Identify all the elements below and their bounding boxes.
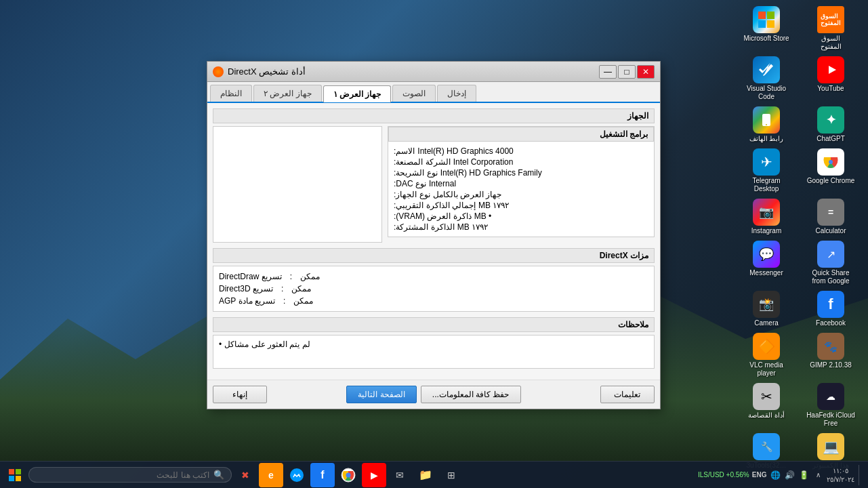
svg-rect-3 (767, 20, 774, 28)
vlc-label: VLC media player (742, 361, 791, 378)
battery-icon[interactable]: 🔋 (798, 469, 810, 481)
calculator-label: Calculator (815, 227, 846, 235)
dialog-minimize-button[interactable]: — (599, 65, 617, 79)
svg-marker-4 (829, 66, 836, 74)
system-tray-icons: 🌐 🔊 🔋 ∧ (769, 469, 824, 481)
taskbar-app-edge-like[interactable]: e (259, 463, 283, 487)
quickshare-label: Quick Share from Google (806, 269, 855, 285)
tab-input[interactable]: إدخال (437, 85, 476, 102)
desktop-icon-vscode[interactable]: Visual Studio Code (739, 54, 793, 104)
taskbar-app-messenger[interactable] (285, 463, 309, 487)
dialog-titlebar: ✕ □ — أداة تشخيص DirectX (207, 62, 660, 82)
svg-point-14 (346, 472, 351, 477)
taskbar-app-youtube[interactable]: ▶ (362, 463, 386, 487)
currency-change: +0.56% (726, 471, 749, 479)
desktop-icon-messenger[interactable]: 💬 Messenger (739, 238, 793, 288)
desktop-icon-opensooq[interactable]: السوقالمفتوح السوقالمفتوح (804, 3, 858, 54)
gimp-icon: 🐾 (817, 333, 844, 360)
info-row-shared-mem: ١٧٩٢ MB الذاكرة المشتركة: (394, 222, 648, 232)
opensooq-label: السوقالمفتوح (821, 35, 842, 51)
next-button[interactable]: الصفحة التالية (346, 386, 416, 403)
messenger-label: Messenger (749, 269, 783, 277)
device-type-label: نوع الجهاز: (394, 190, 430, 199)
desktop-icon-gimp[interactable]: 🐾 GIMP 2.10.38 (804, 330, 858, 380)
info-row-dac: Internal نوع DAC: (394, 178, 648, 189)
clock-date: ٢٥/٧/٢٠٢٤ (827, 475, 854, 484)
taskbar-app-winx[interactable]: ✖ (233, 463, 257, 487)
gimp-label: GIMP 2.10.38 (810, 361, 852, 369)
haafedk-icon: ☁ (817, 383, 844, 410)
desktop-icon-camera[interactable]: 📸 Camera (739, 288, 793, 330)
device-name-value: Intel(R) HD Graphics 4000 (417, 146, 513, 156)
note-text-0: لم يتم العثور على مشاكل (224, 340, 310, 349)
tab-display1[interactable]: جهاز العرض ١ (323, 85, 392, 102)
camera-label: Camera (754, 319, 779, 327)
direct3d-status: ممكن (291, 284, 311, 293)
taskbar-search-box[interactable]: 🔍 (28, 467, 232, 483)
calculator-icon: = (817, 199, 844, 226)
settings-button[interactable]: تعليمات (600, 386, 655, 403)
start-button[interactable] (3, 463, 27, 487)
chatgpt-label: ChatGPT (817, 135, 845, 143)
taskbar-app-files[interactable]: 📁 (413, 463, 438, 487)
search-input[interactable] (36, 470, 209, 480)
info-row-vram: • MB ذاكرة العرض (VRAM): (394, 211, 648, 222)
show-desktop-button[interactable] (859, 465, 863, 485)
directx-section-header: مزات DirectX (213, 248, 655, 263)
currency-pair: ILS/USD (698, 471, 724, 479)
3utools-icon: 🔧 (753, 433, 780, 460)
taskbar-app-grid[interactable]: ⊞ (439, 463, 463, 487)
desktop-icon-scissors[interactable]: ✂ أداة القصاصة (739, 380, 793, 430)
taskbar-app-mail[interactable]: ✉ (388, 463, 412, 487)
taskbar-app-chrome[interactable] (336, 463, 360, 487)
desktop: Microsoft Store السوقالمفتوح السوقالمفتو… (0, 0, 868, 488)
dialog-close-button[interactable]: ✕ (637, 65, 655, 79)
vram-value: • MB (474, 211, 492, 221)
taskbar-apps: ✖ e f ▶ ✉ 📁 ⊞ (233, 463, 697, 487)
svg-rect-9 (16, 469, 21, 474)
dialog-tab-bar: النظام جهاز العرض ٢ جهاز العرض ١ الصوت إ… (207, 82, 660, 103)
shared-mem-label: الذاكرة المشتركة: (394, 222, 455, 232)
desktop-icon-facebook[interactable]: f Facebook (804, 288, 858, 330)
phone-label: رابط الهاتف (749, 135, 784, 143)
dialog-content: الجهاز برامج التشغيل Intel(R) HD Graphic… (207, 103, 660, 380)
desktop-icon-ms-store[interactable]: Microsoft Store (739, 3, 793, 54)
desktop-icon-vlc[interactable]: 🔶 VLC media player (739, 330, 793, 380)
desktop-icon-instagram[interactable]: 📷 Instagram (739, 196, 793, 238)
manufacturer-label: الشركة المصنعة: (394, 157, 451, 167)
desktop-icon-youtube[interactable]: YouTube (804, 54, 858, 104)
currency-display: ILS/USD +0.56% (698, 471, 749, 479)
desktop-icon-telegram[interactable]: ✈ Telegram Desktop (739, 146, 793, 196)
desktop-icon-phone[interactable]: رابط الهاتف (739, 104, 793, 146)
tab-system[interactable]: النظام (210, 85, 252, 102)
device-name-label: الاسم: (394, 146, 415, 156)
network-icon[interactable]: 🌐 (769, 469, 781, 481)
note-item-0: لم يتم العثور على مشاكل • (219, 340, 648, 349)
notes-section: ملاحظات لم يتم العثور على مشاكل • (213, 317, 655, 369)
tab-display2[interactable]: جهاز العرض ٢ (253, 85, 322, 102)
dialog-maximize-button[interactable]: □ (618, 65, 636, 79)
desktop-icon-chatgpt[interactable]: ✦ ChatGPT (804, 104, 858, 146)
directdraw-status: ممكن (300, 272, 320, 281)
desktop-icon-calculator[interactable]: = Calculator (804, 196, 858, 238)
desktop-icon-quickshare[interactable]: ↗ Quick Share from Google (804, 238, 858, 288)
dialog-title: أداة تشخيص DirectX (213, 66, 306, 77)
tab-sound[interactable]: الصوت (392, 85, 436, 102)
save-button[interactable]: حفظ كافة المعلومات... (421, 386, 521, 403)
total-mem-label: إجمالي الذاكرة التقريبي: (394, 201, 476, 210)
svg-point-7 (829, 160, 833, 164)
youtube-icon (817, 56, 844, 83)
desktop-icon-haafedk[interactable]: ☁ HaaFedk iCloud Free (804, 380, 858, 430)
svg-rect-10 (9, 476, 14, 481)
desktop-icon-chrome[interactable]: Google Chrome (804, 146, 858, 196)
features-section: ممكن : تسريع DirectDraw ممكن : تسريع Dir… (213, 266, 655, 312)
device-type-value: جهاز العرض بالكامل (433, 190, 502, 199)
chip-label: نوع الشريحة: (394, 168, 438, 178)
exit-button[interactable]: إنهاء (213, 386, 267, 403)
tray-overflow[interactable]: ∧ (812, 469, 824, 481)
drivers-section-header: برامج التشغيل (388, 127, 654, 142)
system-clock[interactable]: ١١:٠٥ ٢٥/٧/٢٠٢٤ (827, 466, 854, 484)
clock-time: ١١:٠٥ (827, 466, 854, 475)
volume-icon[interactable]: 🔊 (783, 469, 795, 481)
taskbar-app-facebook[interactable]: f (310, 463, 335, 487)
